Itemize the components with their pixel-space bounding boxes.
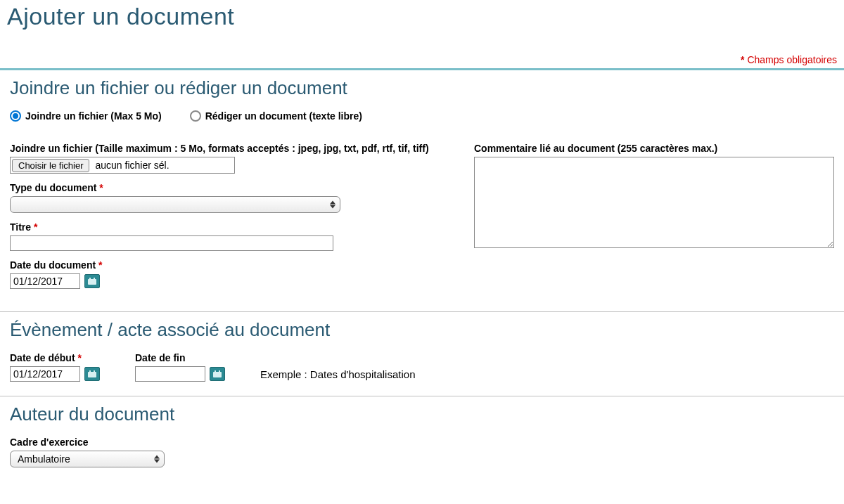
radio-write-label: Rédiger un document (texte libre) <box>205 110 362 122</box>
file-input[interactable]: Choisir le fichier aucun fichier sél. <box>10 157 235 174</box>
comment-label: Commentaire lié au document (255 caractè… <box>474 143 834 154</box>
setting-select[interactable]: Ambulatoire <box>10 451 165 467</box>
doc-date-label: Date du document * <box>10 259 446 271</box>
radio-attach-label: Joindre un fichier (Max 5 Mo) <box>25 110 162 122</box>
calendar-icon[interactable] <box>210 367 225 381</box>
chevron-updown-icon <box>330 201 335 209</box>
radio-icon[interactable] <box>190 110 201 122</box>
comment-textarea[interactable] <box>474 157 834 248</box>
event-section: Évènement / acte associé au document Dat… <box>0 312 844 396</box>
event-section-title: Évènement / acte associé au document <box>10 319 834 341</box>
svg-rect-0 <box>88 279 96 285</box>
file-status-text: aucun fichier sél. <box>91 160 169 171</box>
attach-section: Joindre un fichier ou rédiger un documen… <box>0 70 844 311</box>
author-section-title: Auteur du document <box>10 403 834 425</box>
svg-rect-7 <box>215 370 216 373</box>
required-fields-note: * Champs obligatoires <box>0 40 844 68</box>
doc-type-label: Type du document * <box>10 182 446 193</box>
attach-section-title: Joindre un fichier ou rédiger un documen… <box>10 77 834 99</box>
svg-rect-6 <box>213 372 222 377</box>
start-date-input[interactable] <box>10 366 80 382</box>
setting-value: Ambulatoire <box>18 453 70 465</box>
svg-rect-4 <box>89 370 91 373</box>
svg-rect-5 <box>94 370 95 373</box>
title-input[interactable] <box>10 235 333 251</box>
doc-type-select[interactable] <box>10 196 340 213</box>
radio-icon[interactable] <box>10 110 21 122</box>
radio-write-doc[interactable]: Rédiger un document (texte libre) <box>190 110 362 122</box>
end-date-label: Date de fin <box>135 352 225 363</box>
end-date-input[interactable] <box>135 366 205 382</box>
start-date-label: Date de début * <box>10 352 100 363</box>
svg-rect-3 <box>88 372 96 377</box>
doc-date-input[interactable] <box>10 273 80 289</box>
svg-rect-1 <box>89 278 91 280</box>
file-input-label: Joindre un fichier (Taille maximum : 5 M… <box>10 143 446 154</box>
calendar-icon[interactable] <box>84 274 100 288</box>
svg-rect-2 <box>94 278 95 280</box>
author-section: Auteur du document Cadre d'exercice Ambu… <box>0 396 844 490</box>
setting-label: Cadre d'exercice <box>10 437 834 448</box>
radio-attach-file[interactable]: Joindre un fichier (Max 5 Mo) <box>10 110 162 122</box>
page-title: Ajouter un document <box>0 0 844 40</box>
title-label: Titre * <box>10 221 446 233</box>
calendar-icon[interactable] <box>84 367 100 381</box>
svg-rect-8 <box>219 370 220 373</box>
chevron-updown-icon <box>154 455 160 463</box>
event-example-text: Exemple : Dates d'hospitalisation <box>260 368 415 382</box>
choose-file-button[interactable]: Choisir le fichier <box>12 159 89 172</box>
